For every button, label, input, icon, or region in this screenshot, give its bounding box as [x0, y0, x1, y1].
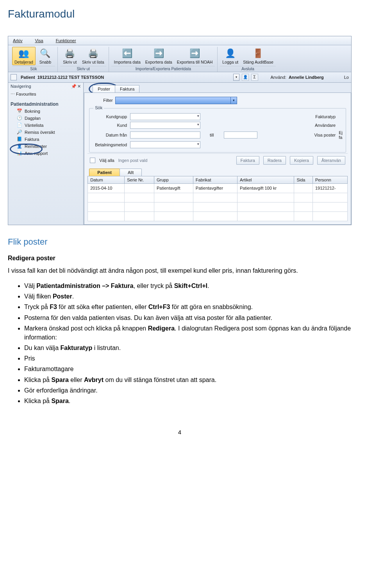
col-serienr[interactable]: Serie Nr.: [125, 176, 154, 183]
col-artikel[interactable]: Artikel: [237, 176, 294, 183]
list-item: Markera önskad post och klicka på knappe…: [24, 324, 352, 342]
ribbon-group-sok: Sök: [12, 66, 55, 72]
list-item: Du kan välja Fakturatyp i listrutan.: [24, 343, 352, 352]
datumfran-label: Datum från: [93, 133, 128, 137]
calendar-icon: 📅: [17, 108, 22, 114]
betalning-label: Betalningsmetod: [93, 142, 128, 147]
close-icon[interactable]: ✕: [77, 84, 81, 89]
import-icon: ⬅️: [121, 48, 134, 59]
export-icon: ➡️: [152, 48, 165, 59]
faktura-button[interactable]: Faktura: [236, 156, 259, 165]
ribbon-stang-button[interactable]: 🚪 Stäng AuditBase: [241, 47, 276, 65]
clock-icon: 🕑: [17, 115, 22, 121]
ribbon-noah-button[interactable]: ➡️ Exportera till NOAH: [175, 47, 215, 65]
valj-alla-checkbox[interactable]: [90, 158, 95, 163]
noah-export-icon: ➡️: [188, 48, 201, 59]
till-label: till: [203, 133, 221, 137]
patient-sum-icon[interactable]: Σ: [251, 74, 258, 81]
pin-icon[interactable]: 📌: [71, 84, 77, 89]
sidebar-item-faktura[interactable]: 📘Faktura: [16, 136, 82, 143]
logout-icon: 👤: [224, 48, 237, 59]
sub-heading: Redigera poster: [8, 255, 352, 262]
table-row[interactable]: 2015-04-10 Patientavgift Patientavgifter…: [88, 183, 348, 193]
search-doc-icon: 🔎: [17, 130, 22, 135]
sok-fieldset: Sök Kundgrupp Fakturatyp Kund Användare: [89, 108, 346, 153]
col-datum[interactable]: Datum: [88, 176, 125, 183]
person-icon: 👤: [17, 144, 22, 149]
kundgrupp-select[interactable]: [130, 113, 200, 120]
selection-status: Ingen post vald: [118, 158, 148, 163]
lo-label: Lo: [344, 75, 349, 80]
posts-grid: Datum Serie Nr. Grupp Fabrikat Artikel S…: [88, 176, 348, 221]
ribbon-group-avsluta: Avsluta: [220, 66, 276, 72]
window-icon: [11, 74, 17, 80]
sok-legend: Sök: [93, 105, 104, 110]
patient-dropdown[interactable]: ▾: [233, 74, 239, 81]
list-item: Fakturamottagare: [24, 364, 352, 373]
intro-text: I vissa fall kan det bli nödvändigt att …: [8, 266, 352, 275]
col-sida[interactable]: Sida: [294, 176, 313, 183]
sidebar-item-bokning[interactable]: 📅Bokning: [16, 108, 82, 115]
fakturatyp-label: Fakturatyp: [305, 114, 336, 119]
ribbon-detaljerad-button[interactable]: 👥 Detaljerad: [12, 47, 36, 65]
kopiera-button[interactable]: Kopiera: [290, 156, 313, 165]
ribbon-snabb-button[interactable]: 🔍 Snabb: [36, 47, 55, 65]
ribbon-exportera-button[interactable]: ➡️ Exportera data: [143, 47, 175, 65]
app-screenshot: Arkiv Visa Funktioner 👥 Detaljerad 🔍 Sna…: [8, 36, 352, 225]
page-number: 4: [8, 429, 352, 443]
magnifier-icon: 🔍: [39, 48, 52, 59]
list-item: Pris: [24, 354, 352, 363]
kund-select[interactable]: [130, 122, 200, 129]
ribbon-skrivutlista-button[interactable]: 🖨️ Skriv ut lista: [80, 47, 107, 65]
sidebar-item-remiss[interactable]: 🔎Remiss översikt: [16, 129, 82, 136]
menu-arkiv[interactable]: Arkiv: [11, 37, 24, 44]
datumfran-input[interactable]: [130, 131, 200, 139]
patient-value: 19121212-1212 TEST TESTSSON: [38, 75, 104, 80]
ribbon-group-skrivut: Skriv ut: [60, 66, 107, 72]
tab-poster[interactable]: Poster: [93, 85, 115, 92]
list-item: Posterna för den valda patienten visas. …: [24, 313, 352, 322]
navigation-panel: Navigering 📌 ✕ ⋯ Favourites Patientadmin…: [8, 83, 84, 225]
nav-title: Navigering: [11, 84, 31, 89]
ribbon-skrivut-button[interactable]: 🖨️ Skriv ut: [60, 47, 80, 65]
user-value: Annelie Lindberg: [289, 75, 324, 80]
col-personn[interactable]: Personn: [312, 176, 347, 183]
patient-bar: Patient 19121212-1212 TEST TESTSSON ▾ 👤 …: [8, 72, 351, 83]
sidebar-item-remittenter[interactable]: 👤Remittenter: [16, 143, 82, 150]
betalning-select[interactable]: [130, 141, 200, 148]
anvandare-label: Användare: [305, 123, 336, 128]
favourites-node[interactable]: ⋯ Favourites: [11, 91, 82, 98]
print-list-icon: 🖨️: [87, 48, 99, 59]
list-icon: 📄: [17, 123, 22, 128]
ribbon-loggaut-button[interactable]: 👤 Logga ut: [220, 47, 241, 65]
tab-faktura[interactable]: Faktura: [115, 85, 139, 92]
invoice-icon: 📘: [17, 137, 22, 142]
menu-visa[interactable]: Visa: [33, 37, 45, 44]
kundgrupp-label: Kundgrupp: [93, 114, 128, 119]
filter-combo[interactable]: ▾: [115, 97, 237, 104]
sidebar-item-anvrapport[interactable]: 📊Anv. rapport: [16, 150, 82, 157]
visaposter-value: Ej fa: [339, 130, 343, 140]
col-grupp[interactable]: Grupp: [154, 176, 193, 183]
people-search-icon: 👥: [18, 48, 30, 59]
ribbon-importera-button[interactable]: ⬅️ Importera data: [111, 47, 143, 65]
list-item: Välj Patientadministration –> Faktura, e…: [24, 281, 352, 290]
table-row-empty: [88, 193, 348, 202]
datumtill-input[interactable]: [224, 131, 257, 139]
patient-open-icon[interactable]: 👤: [242, 74, 249, 81]
radera-button[interactable]: Radera: [263, 156, 286, 165]
patient-label: Patient: [21, 75, 35, 80]
subtab-allt[interactable]: Allt: [120, 169, 142, 176]
user-label: Använd:: [271, 75, 286, 80]
list-item: Klicka på Spara eller Avbryt om du vill …: [24, 375, 352, 384]
subtab-patient[interactable]: Patient: [89, 169, 120, 176]
exit-door-icon: 🚪: [252, 48, 264, 59]
ateranvand-button[interactable]: Återanvän: [317, 156, 345, 165]
menu-funktioner[interactable]: Funktioner: [54, 37, 78, 44]
sidebar-item-dagplan[interactable]: 🕑Dagplan: [16, 115, 82, 122]
report-icon: 📊: [17, 151, 22, 156]
sidebar-item-vantelista[interactable]: 📄Väntelista: [16, 122, 82, 129]
filter-label: Filter: [103, 98, 112, 103]
col-fabrikat[interactable]: Fabrikat: [193, 176, 237, 183]
patientadmin-group: Patientadministration: [11, 101, 82, 108]
